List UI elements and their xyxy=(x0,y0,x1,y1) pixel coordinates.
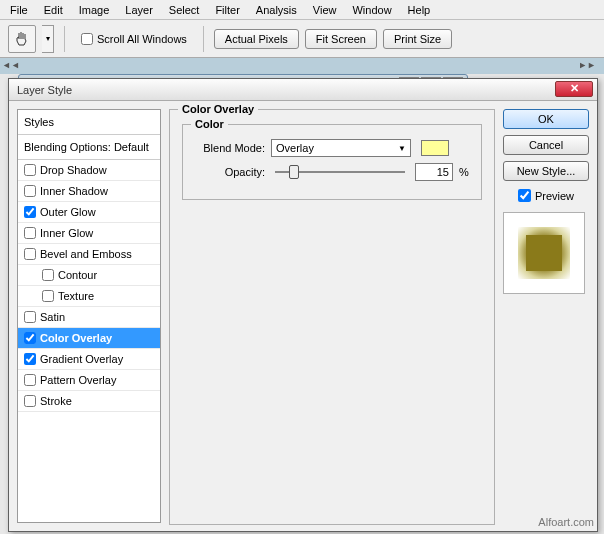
effect-label: Texture xyxy=(58,290,94,302)
document-tab-bar: ◄◄ ►► xyxy=(0,58,604,74)
effect-settings-panel: Color Overlay Color Blend Mode: Overlay … xyxy=(169,109,495,523)
effect-color-overlay[interactable]: Color Overlay xyxy=(18,328,160,349)
new-style-button[interactable]: New Style... xyxy=(503,161,589,181)
scroll-all-label: Scroll All Windows xyxy=(97,33,187,45)
effect-label: Contour xyxy=(58,269,97,281)
tool-dropdown-icon[interactable]: ▾ xyxy=(42,25,54,53)
effect-label: Inner Glow xyxy=(40,227,93,239)
menu-view[interactable]: View xyxy=(305,2,345,18)
print-size-button[interactable]: Print Size xyxy=(383,29,452,49)
chevron-down-icon: ▼ xyxy=(398,144,406,153)
effect-stroke[interactable]: Stroke xyxy=(18,391,160,412)
effect-satin[interactable]: Satin xyxy=(18,307,160,328)
preview-checkbox-input[interactable] xyxy=(518,189,531,202)
effect-label: Satin xyxy=(40,311,65,323)
color-swatch[interactable] xyxy=(421,140,449,156)
styles-list: Styles Blending Options: Default Drop Sh… xyxy=(17,109,161,523)
actual-pixels-button[interactable]: Actual Pixels xyxy=(214,29,299,49)
dialog-titlebar[interactable]: Layer Style ✕ xyxy=(9,79,597,101)
effect-label: Bevel and Emboss xyxy=(40,248,132,260)
blend-mode-select[interactable]: Overlay ▼ xyxy=(271,139,411,157)
effect-checkbox[interactable] xyxy=(24,248,36,260)
menu-image[interactable]: Image xyxy=(71,2,118,18)
dialog-title: Layer Style xyxy=(13,84,72,96)
effect-label: Gradient Overlay xyxy=(40,353,123,365)
opacity-unit: % xyxy=(459,166,469,178)
opacity-label: Opacity: xyxy=(195,166,265,178)
effect-checkbox[interactable] xyxy=(24,206,36,218)
scroll-all-windows-checkbox[interactable]: Scroll All Windows xyxy=(81,33,187,45)
effect-checkbox[interactable] xyxy=(24,164,36,176)
dialog-buttons: OK Cancel New Style... Preview xyxy=(503,109,589,523)
effect-label: Color Overlay xyxy=(40,332,112,344)
opacity-slider[interactable] xyxy=(275,171,405,173)
effect-gradient-overlay[interactable]: Gradient Overlay xyxy=(18,349,160,370)
menu-edit[interactable]: Edit xyxy=(36,2,71,18)
effect-checkbox[interactable] xyxy=(24,395,36,407)
close-icon[interactable]: ✕ xyxy=(555,81,593,97)
preview-label: Preview xyxy=(535,190,574,202)
slider-thumb-icon[interactable] xyxy=(289,165,299,179)
effect-texture[interactable]: Texture xyxy=(18,286,160,307)
effect-inner-glow[interactable]: Inner Glow xyxy=(18,223,160,244)
menu-layer[interactable]: Layer xyxy=(117,2,161,18)
effect-label: Inner Shadow xyxy=(40,185,108,197)
effect-outer-glow[interactable]: Outer Glow xyxy=(18,202,160,223)
effect-drop-shadow[interactable]: Drop Shadow xyxy=(18,160,160,181)
effect-checkbox[interactable] xyxy=(24,353,36,365)
preview-thumbnail xyxy=(503,212,585,294)
blend-mode-value: Overlay xyxy=(276,142,314,154)
effect-label: Drop Shadow xyxy=(40,164,107,176)
effect-checkbox[interactable] xyxy=(42,269,54,281)
group-title: Color xyxy=(191,118,228,130)
preview-checkbox[interactable]: Preview xyxy=(503,189,589,202)
fit-screen-button[interactable]: Fit Screen xyxy=(305,29,377,49)
ok-button[interactable]: OK xyxy=(503,109,589,129)
collapse-right-icon[interactable]: ►► xyxy=(578,60,596,70)
menu-select[interactable]: Select xyxy=(161,2,208,18)
effect-checkbox[interactable] xyxy=(24,227,36,239)
divider xyxy=(64,26,65,52)
options-toolbar: ▾ Scroll All Windows Actual Pixels Fit S… xyxy=(0,20,604,58)
menu-window[interactable]: Window xyxy=(344,2,399,18)
cancel-button[interactable]: Cancel xyxy=(503,135,589,155)
effect-label: Pattern Overlay xyxy=(40,374,116,386)
effect-label: Outer Glow xyxy=(40,206,96,218)
layer-style-dialog: Layer Style ✕ Styles Blending Options: D… xyxy=(8,78,598,532)
scroll-all-checkbox-input[interactable] xyxy=(81,33,93,45)
menu-analysis[interactable]: Analysis xyxy=(248,2,305,18)
effect-bevel-and-emboss[interactable]: Bevel and Emboss xyxy=(18,244,160,265)
divider xyxy=(203,26,204,52)
hand-tool-icon[interactable] xyxy=(8,25,36,53)
collapse-left-icon[interactable]: ◄◄ xyxy=(2,60,20,70)
effect-label: Stroke xyxy=(40,395,72,407)
effect-checkbox[interactable] xyxy=(42,290,54,302)
section-title: Color Overlay xyxy=(178,103,258,115)
effect-checkbox[interactable] xyxy=(24,311,36,323)
menubar: File Edit Image Layer Select Filter Anal… xyxy=(0,0,604,20)
effect-checkbox[interactable] xyxy=(24,185,36,197)
blend-mode-label: Blend Mode: xyxy=(195,142,265,154)
effect-contour[interactable]: Contour xyxy=(18,265,160,286)
effect-checkbox[interactable] xyxy=(24,374,36,386)
menu-help[interactable]: Help xyxy=(400,2,439,18)
blending-options[interactable]: Blending Options: Default xyxy=(18,135,160,160)
effect-inner-shadow[interactable]: Inner Shadow xyxy=(18,181,160,202)
watermark: Alfoart.com xyxy=(538,516,594,528)
styles-header[interactable]: Styles xyxy=(18,110,160,135)
effect-pattern-overlay[interactable]: Pattern Overlay xyxy=(18,370,160,391)
menu-filter[interactable]: Filter xyxy=(207,2,247,18)
opacity-input[interactable] xyxy=(415,163,453,181)
effect-checkbox[interactable] xyxy=(24,332,36,344)
menu-file[interactable]: File xyxy=(2,2,36,18)
